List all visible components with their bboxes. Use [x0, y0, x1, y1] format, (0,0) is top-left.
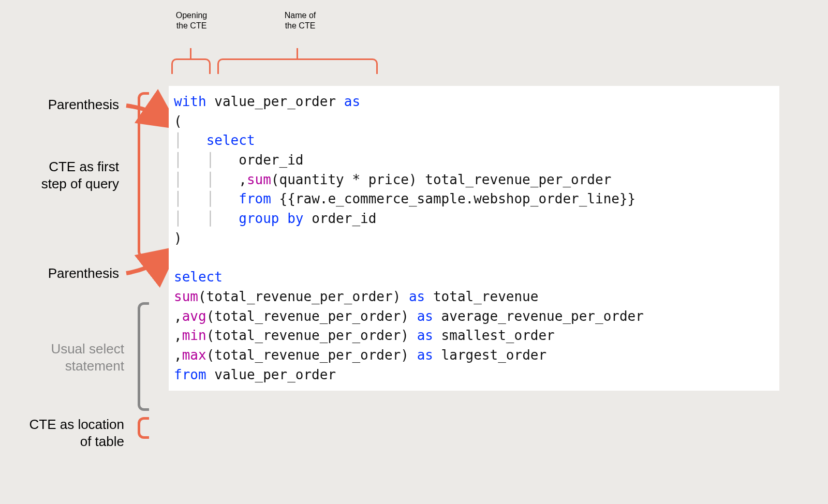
code-block: with value_per_order as ( │ select │ │ o…	[169, 86, 779, 391]
label-parenthesis-close: Parenthesis	[21, 265, 119, 282]
code-line-14: ,max(total_revenue_per_order) as largest…	[174, 346, 774, 365]
code-line-1: with value_per_order as	[174, 92, 774, 112]
code-line-7: │ │ group by order_id	[174, 209, 774, 229]
code-line-8: )	[174, 229, 774, 248]
code-line-5: │ │ ,sum(quantity * price) total_revenue…	[174, 170, 774, 190]
code-line-2: (	[174, 112, 774, 131]
code-line-15: from value_per_order	[174, 365, 774, 385]
code-line-11: sum(total_revenue_per_order) as total_re…	[174, 287, 774, 307]
code-line-6: │ │ from {{raw.e_commerce_sample.webshop…	[174, 189, 774, 209]
code-line-4: │ │ order_id	[174, 151, 774, 170]
label-parenthesis-open: Parenthesis	[21, 96, 119, 113]
brace-name-cte-tick	[297, 48, 298, 58]
brace-opening-cte	[171, 58, 211, 74]
label-cte-location: CTE as location of table	[5, 416, 124, 450]
brace-name-cte	[217, 58, 378, 74]
brace-opening-cte-tick	[190, 48, 191, 58]
arrow-paren-close	[126, 256, 167, 273]
code-line-3: │ select	[174, 131, 774, 151]
brace-usual-select	[138, 302, 149, 411]
brace-cte-location	[138, 417, 149, 439]
label-opening-cte: Opening the CTE	[155, 10, 228, 31]
code-line-10: select	[174, 268, 774, 287]
label-usual-select: Usual select statement	[21, 340, 124, 374]
code-line-9	[174, 248, 774, 268]
code-line-13: ,min(total_revenue_per_order) as smalles…	[174, 326, 774, 346]
label-name-cte: Name of the CTE	[259, 10, 342, 31]
brace-cte-first	[138, 92, 149, 258]
code-line-12: ,avg(total_revenue_per_order) as average…	[174, 307, 774, 327]
label-cte-first-step: CTE as first step of query	[10, 158, 119, 192]
